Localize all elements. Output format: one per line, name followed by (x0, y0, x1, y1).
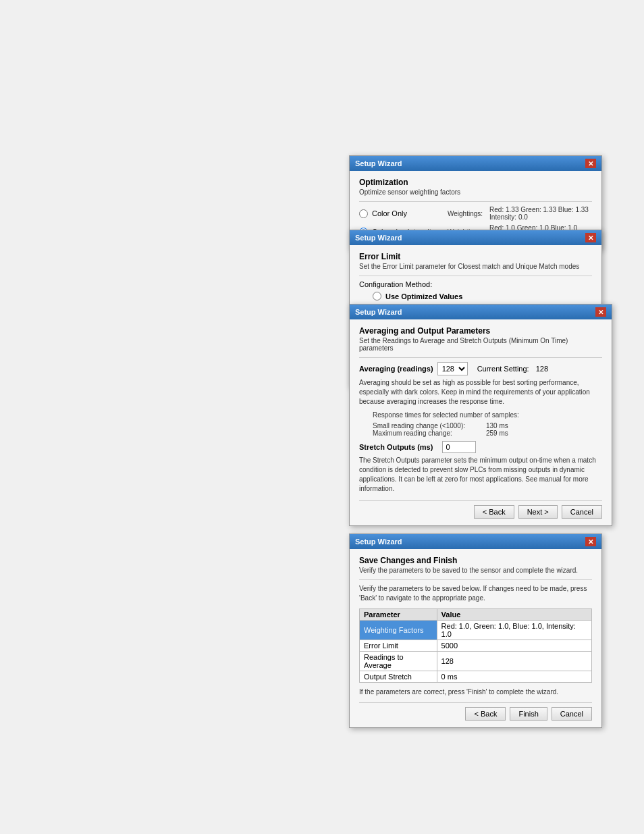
response-times-section: Response times for selected number of sa… (373, 411, 602, 437)
current-setting-value: 128 (536, 365, 548, 373)
save-close-button[interactable]: ✕ (585, 537, 596, 546)
averaging-section-title: Averaging and Output Parameters (359, 326, 602, 336)
stretch-description: The Stretch Outputs parameter sets the m… (359, 456, 602, 494)
param-cell: Output Stretch (360, 671, 437, 683)
table-row: Error Limit5000 (360, 640, 592, 652)
error-limit-title: Setup Wizard (355, 234, 402, 242)
value-header: Value (437, 609, 591, 621)
param-header: Parameter (360, 609, 437, 621)
save-dialog: Setup Wizard ✕ Save Changes and Finish V… (349, 533, 602, 728)
optimization-close-button[interactable]: ✕ (585, 159, 596, 168)
save-section-subtitle: Verify the parameters to be saved to the… (359, 567, 592, 574)
error-limit-section-title: Error Limit (359, 252, 592, 261)
averaging-dialog: Setup Wizard ✕ Averaging and Output Para… (349, 304, 612, 526)
averaging-cancel-button[interactable]: Cancel (562, 505, 602, 519)
save-title: Setup Wizard (355, 538, 402, 546)
error-limit-title-bar: Setup Wizard ✕ (350, 230, 601, 245)
verify-text: Verify the parameters to be saved below.… (359, 584, 592, 603)
param-cell: Weighting Factors (360, 621, 437, 640)
averaging-button-row: < Back Next > Cancel (359, 500, 602, 519)
error-limit-close-button[interactable]: ✕ (585, 233, 596, 242)
color-only-label: Color Only (372, 209, 439, 217)
finish-text: If the parameters are correct, press 'Fi… (359, 688, 592, 696)
save-cancel-button[interactable]: Cancel (552, 707, 592, 721)
small-reading-label: Small reading change (<1000): (373, 422, 481, 429)
max-reading-row: Maximum reading change: 259 ms (373, 429, 602, 437)
optimization-section-subtitle: Optimize sensor weighting factors (359, 188, 592, 196)
param-cell: Readings to Average (360, 652, 437, 671)
value-cell: 0 ms (437, 671, 591, 683)
stretch-label: Stretch Outputs (ms) (359, 443, 433, 451)
optimization-section-title: Optimization (359, 178, 592, 187)
averaging-select[interactable]: 128 64 256 512 (437, 362, 468, 375)
max-reading-value: 259 ms (486, 429, 508, 437)
averaging-close-button[interactable]: ✕ (595, 307, 606, 317)
color-only-weightings-value: Red: 1.33 Green: 1.33 Blue: 1.33 Intensi… (489, 206, 592, 221)
error-limit-section-subtitle: Set the Error Limit parameter for Closes… (359, 263, 592, 270)
color-only-weightings-label: Weightings: (448, 210, 483, 217)
value-cell: 5000 (437, 640, 591, 652)
table-row: Output Stretch0 ms (360, 671, 592, 683)
table-row: Readings to Average128 (360, 652, 592, 671)
small-reading-value: 130 ms (486, 422, 508, 429)
current-setting-label: Current Setting: (477, 365, 529, 373)
save-button-row: < Back Finish Cancel (359, 702, 592, 721)
save-title-bar: Setup Wizard ✕ (350, 534, 601, 549)
optimization-title: Setup Wizard (355, 159, 402, 167)
color-only-radio[interactable] (359, 209, 368, 218)
averaging-description: Averaging should be set as high as possi… (359, 378, 602, 407)
config-method-label: Configuration Method: (359, 280, 592, 288)
averaging-back-button[interactable]: < Back (474, 505, 514, 519)
optimization-title-bar: Setup Wizard ✕ (350, 156, 601, 171)
averaging-title: Setup Wizard (355, 308, 402, 316)
averaging-next-button[interactable]: Next > (518, 505, 558, 519)
averaging-label: Averaging (readings) (359, 365, 433, 373)
value-cell: 128 (437, 652, 591, 671)
averaging-title-bar: Setup Wizard ✕ (350, 305, 612, 319)
max-reading-label: Maximum reading change: (373, 429, 481, 437)
color-only-row: Color Only Weightings: Red: 1.33 Green: … (359, 206, 592, 221)
save-back-button[interactable]: < Back (465, 707, 506, 721)
stretch-input[interactable] (442, 441, 476, 453)
table-row: Weighting FactorsRed: 1.0, Green: 1.0, B… (360, 621, 592, 640)
small-reading-row: Small reading change (<1000): 130 ms (373, 422, 602, 429)
use-optimized-label: Use Optimized Values (385, 292, 462, 301)
param-cell: Error Limit (360, 640, 437, 652)
params-table: Parameter Value Weighting FactorsRed: 1.… (359, 608, 592, 683)
averaging-section-subtitle: Set the Readings to Average and Stretch … (359, 337, 602, 352)
save-finish-button[interactable]: Finish (510, 707, 547, 721)
save-section-title: Save Changes and Finish (359, 556, 592, 565)
use-optimized-radio[interactable] (373, 292, 381, 301)
use-optimized-row: Use Optimized Values (373, 292, 592, 301)
value-cell: Red: 1.0, Green: 1.0, Blue: 1.0, Intensi… (437, 621, 591, 640)
response-times-label: Response times for selected number of sa… (373, 411, 602, 420)
